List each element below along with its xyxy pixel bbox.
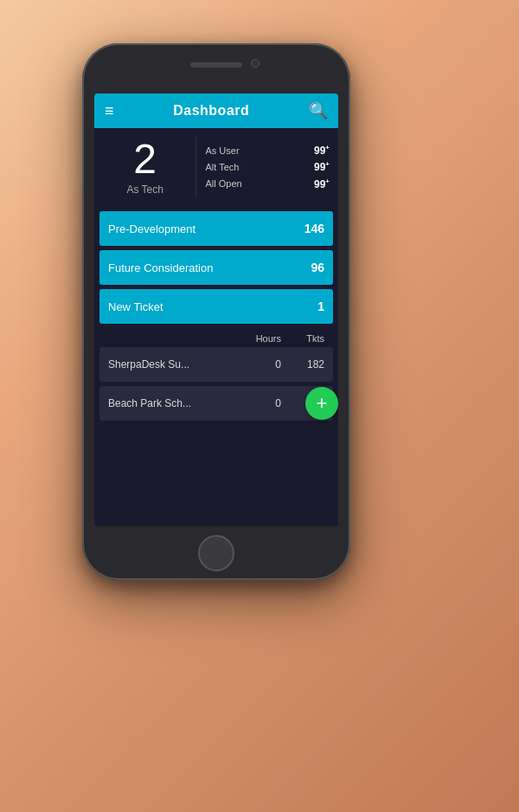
add-button[interactable]: + <box>305 387 338 420</box>
scene: ≡ Dashboard 🔍 2 As Tech As User 99+ Alt … <box>0 0 519 812</box>
table-col-hours: Hours <box>238 333 281 344</box>
stat-row-as-user[interactable]: As User 99+ <box>205 144 330 157</box>
stat-row-alt-tech[interactable]: Alt Tech 99+ <box>205 160 330 173</box>
table-row-beachpark[interactable]: Beach Park Sch... 0 + <box>99 386 333 421</box>
queue-count-future-consideration: 96 <box>311 261 324 274</box>
stat-row-all-open[interactable]: All Open 99+ <box>205 177 330 190</box>
table-header: Hours Tkts <box>99 333 333 344</box>
stat-label-as-user: As User <box>205 145 239 156</box>
stat-big-number: 2 <box>133 139 157 180</box>
menu-icon[interactable]: ≡ <box>105 102 114 120</box>
queue-label-pre-development: Pre-Development <box>108 222 195 235</box>
phone-screen: ≡ Dashboard 🔍 2 As Tech As User 99+ Alt … <box>94 93 338 526</box>
phone-frame: ≡ Dashboard 🔍 2 As Tech As User 99+ Alt … <box>82 43 350 580</box>
queue-count-new-ticket: 1 <box>317 300 324 313</box>
queue-label-new-ticket: New Ticket <box>108 300 163 313</box>
stat-big-label: As Tech <box>126 184 163 196</box>
header-title: Dashboard <box>173 103 249 119</box>
queue-row-new-ticket[interactable]: New Ticket 1 <box>99 289 333 324</box>
queue-count-pre-development: 146 <box>304 222 324 235</box>
stat-as-tech[interactable]: 2 As Tech <box>94 137 196 197</box>
queue-row-future-consideration[interactable]: Future Consideration 96 <box>99 250 333 285</box>
table-hours-sherpadesk: 0 <box>247 358 281 371</box>
table-label-sherpadesk: SherpaDesk Su... <box>108 358 247 371</box>
table-tickets-sherpadesk: 182 <box>290 358 324 371</box>
stat-label-all-open: All Open <box>205 178 241 189</box>
speaker <box>190 62 242 68</box>
app-header: ≡ Dashboard 🔍 <box>94 93 338 128</box>
stat-value-alt-tech: 99+ <box>314 160 330 173</box>
search-icon[interactable]: 🔍 <box>309 101 328 120</box>
table-row-sherpadesk[interactable]: SherpaDesk Su... 0 182 <box>99 347 333 382</box>
stat-small-list: As User 99+ Alt Tech 99+ All Open 99+ <box>196 137 338 197</box>
queue-row-pre-development[interactable]: Pre-Development 146 <box>99 211 333 246</box>
queue-label-future-consideration: Future Consideration <box>108 261 213 274</box>
stats-section: 2 As Tech As User 99+ Alt Tech 99+ All O… <box>94 128 338 206</box>
stat-value-all-open: 99+ <box>314 177 330 190</box>
table-hours-beachpark: 0 <box>247 397 281 409</box>
table-col-tkts: Tkts <box>281 333 324 344</box>
queue-section: Pre-Development 146 Future Consideration… <box>94 206 338 324</box>
stat-label-alt-tech: Alt Tech <box>205 162 239 172</box>
home-button[interactable] <box>198 535 234 571</box>
table-label-beachpark: Beach Park Sch... <box>108 397 247 409</box>
stat-value-as-user: 99+ <box>314 144 330 157</box>
table-section: Hours Tkts SherpaDesk Su... 0 182 Beach … <box>94 328 338 421</box>
camera <box>251 59 260 68</box>
